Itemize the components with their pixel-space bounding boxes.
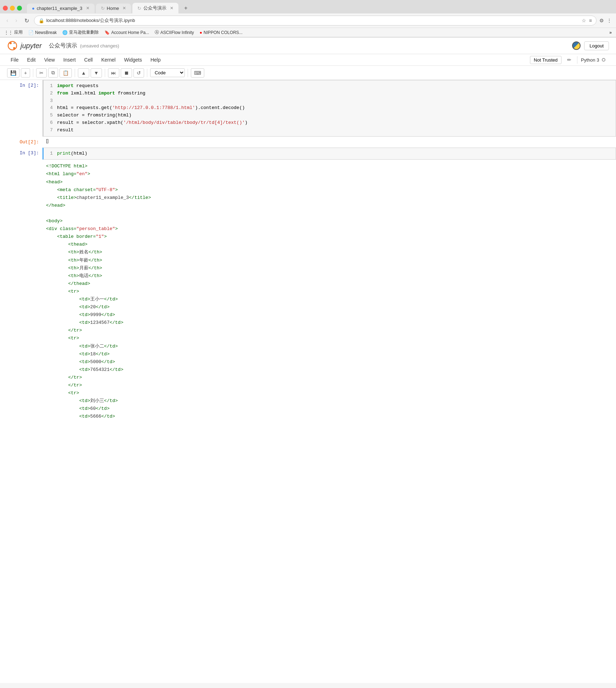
copy-button[interactable]: ⧉	[48, 68, 58, 78]
output-line-8: <div class="person_table">	[46, 226, 118, 231]
kernel-status-icon	[602, 58, 605, 62]
asciiflow-icon: Ⓐ	[155, 29, 159, 35]
output-line-1: <!DOCTYPE html>	[46, 164, 87, 169]
menu-icon[interactable]: ⋮	[607, 18, 612, 23]
tab-label-home: Home	[107, 6, 119, 11]
cell-type-select[interactable]: Code Markdown Raw	[150, 68, 185, 77]
star-icon[interactable]: ☆	[582, 18, 586, 23]
not-trusted-button[interactable]: Not Trusted	[530, 56, 561, 64]
menu-view[interactable]: View	[41, 56, 58, 64]
menu-cell[interactable]: Cell	[81, 56, 96, 64]
output-line-11: <th>姓名</th>	[46, 250, 102, 255]
tab-close-chapter11[interactable]: ✕	[86, 6, 90, 11]
bookmark-apps-label: 应用	[14, 29, 23, 35]
new-tab-button[interactable]: +	[180, 3, 192, 13]
tab-home[interactable]: ↻ Home ✕	[96, 4, 131, 13]
output-line-6: </head>	[46, 203, 65, 208]
output-line-29: <tr>	[46, 390, 79, 396]
python-icon	[572, 41, 581, 50]
menu-edit[interactable]: Edit	[24, 56, 39, 64]
save-button[interactable]: 💾	[7, 68, 19, 78]
output-line-2: <html lang="en">	[46, 171, 90, 177]
bookmarks-bar: ⋮⋮ 应用 📄 NewsBreak 🌐 亚马逊批量删除 🔖 Account Ho…	[0, 28, 616, 37]
kernel-label: Python 3	[577, 56, 609, 64]
menu-file[interactable]: File	[7, 56, 22, 64]
output-line-15: </thead>	[46, 281, 90, 286]
output-line-26: <td>7654321</td>	[46, 367, 123, 372]
apps-icon: ⋮⋮	[4, 30, 13, 35]
paste-button[interactable]: 📋	[59, 68, 72, 78]
minimize-window-button[interactable]	[10, 6, 15, 11]
output-line-14: <th>电话</th>	[46, 273, 102, 279]
output-line-30: <td>刘小三</td>	[46, 398, 118, 403]
keyboard-button[interactable]: ⌨	[191, 68, 204, 78]
bookmark-account-label: Account Home Pa...	[111, 30, 149, 35]
stop-button[interactable]: ⏹	[121, 68, 132, 78]
code-area-in2[interactable]: 1import requests 2from lxml.html import …	[42, 80, 616, 137]
reload-button[interactable]: ↻	[22, 17, 31, 25]
extensions-icon[interactable]: ⚙	[599, 18, 604, 23]
cell-body-out2: []	[42, 137, 616, 148]
tab-close-home[interactable]: ✕	[122, 6, 126, 11]
logout-button[interactable]: Logout	[584, 41, 609, 50]
tab-label-chapter11: chapter11_example_3	[37, 6, 82, 11]
bookmark-account[interactable]: 🔖 Account Home Pa...	[104, 30, 149, 35]
separator-1	[33, 69, 33, 77]
output-area-in2: []	[42, 137, 616, 145]
menu-help[interactable]: Help	[147, 56, 164, 64]
output-line-13: <th>月薪</th>	[46, 265, 102, 271]
forward-button[interactable]: ›	[13, 17, 19, 24]
add-cell-button[interactable]: +	[21, 68, 30, 78]
account-icon: 🔖	[104, 30, 110, 35]
run-button[interactable]: ⏭	[108, 68, 119, 78]
bookmark-apps[interactable]: ⋮⋮ 应用	[4, 29, 23, 35]
bookmark-nippon[interactable]: ● NIPPON COLORS...	[200, 30, 243, 35]
menu-kernel[interactable]: Kernel	[98, 56, 119, 64]
separator-4	[147, 69, 147, 77]
back-button[interactable]: ‹	[4, 17, 10, 24]
nippon-icon: ●	[200, 30, 202, 35]
output-line-20: <td>1234567</td>	[46, 320, 123, 325]
jupyter-interface: jupyter 公众号演示 (unsaved changes) Logout F…	[0, 38, 616, 683]
close-window-button[interactable]	[3, 6, 8, 11]
cell-prompt-in2: In [2]:	[0, 80, 42, 137]
code-area-in3[interactable]: 1print(html)	[42, 148, 616, 160]
right-menu-area: Not Trusted ✏ Python 3	[530, 56, 609, 64]
bookmark-newsbreak[interactable]: 📄 NewsBreak	[28, 30, 57, 35]
output-line-9: <table border="1">	[46, 234, 107, 239]
bookmark-asciiflow[interactable]: Ⓐ ASCIIFlow Infinity	[155, 29, 194, 35]
menu-widgets[interactable]: Widgets	[120, 56, 146, 64]
bookmark-amazon[interactable]: 🌐 亚马逊批量删除	[62, 29, 99, 35]
output-line-17: <td>王小一</td>	[46, 297, 118, 302]
svg-point-2	[13, 47, 15, 49]
move-up-button[interactable]: ▲	[78, 68, 89, 78]
url-bar[interactable]: 🔒 localhost:8888/notebooks/公众号演示.ipynb ☆…	[34, 16, 597, 25]
notebook-title[interactable]: 公众号演示	[49, 42, 77, 50]
reader-icon[interactable]: ≡	[589, 18, 592, 23]
cell-body-in3[interactable]: 1print(html)	[42, 148, 616, 160]
tab-chapter11[interactable]: ● chapter11_example_3 ✕	[27, 4, 95, 13]
pencil-icon[interactable]: ✏	[564, 56, 574, 64]
jupyter-logo-text: jupyter	[21, 42, 42, 50]
output-line-19: <td>9999</td>	[46, 312, 115, 317]
output-line-28: </tr>	[46, 383, 82, 388]
cut-button[interactable]: ✂	[36, 68, 47, 78]
unsaved-indicator: (unsaved changes)	[80, 43, 119, 48]
menu-insert[interactable]: Insert	[60, 56, 79, 64]
output-line-16: <tr>	[46, 289, 79, 294]
output-line-23: <td>张小二</td>	[46, 344, 118, 349]
cell-body-in2[interactable]: 1import requests 2from lxml.html import …	[42, 80, 616, 137]
restart-button[interactable]: ↺	[133, 68, 144, 78]
maximize-window-button[interactable]	[17, 6, 22, 11]
bookmark-nippon-label: NIPPON COLORS...	[204, 30, 243, 35]
move-down-button[interactable]: ▼	[91, 68, 102, 78]
tab-close-notebook[interactable]: ✕	[170, 6, 173, 11]
bookmarks-overflow[interactable]: »	[609, 30, 612, 35]
lock-icon: 🔒	[39, 18, 44, 23]
tab-icon-home: ↻	[101, 6, 105, 11]
notebook-scroll[interactable]: In [2]: 1import requests 2from lxml.html…	[0, 80, 616, 683]
bookmark-asciiflow-label: ASCIIFlow Infinity	[160, 30, 194, 35]
tab-notebook[interactable]: ↻ 公众号演示 ✕	[132, 3, 178, 13]
cell-out2: Out[2]: []	[0, 137, 616, 148]
tab-bar: ● chapter11_example_3 ✕ ↻ Home ✕ ↻ 公众号演示…	[0, 0, 616, 13]
